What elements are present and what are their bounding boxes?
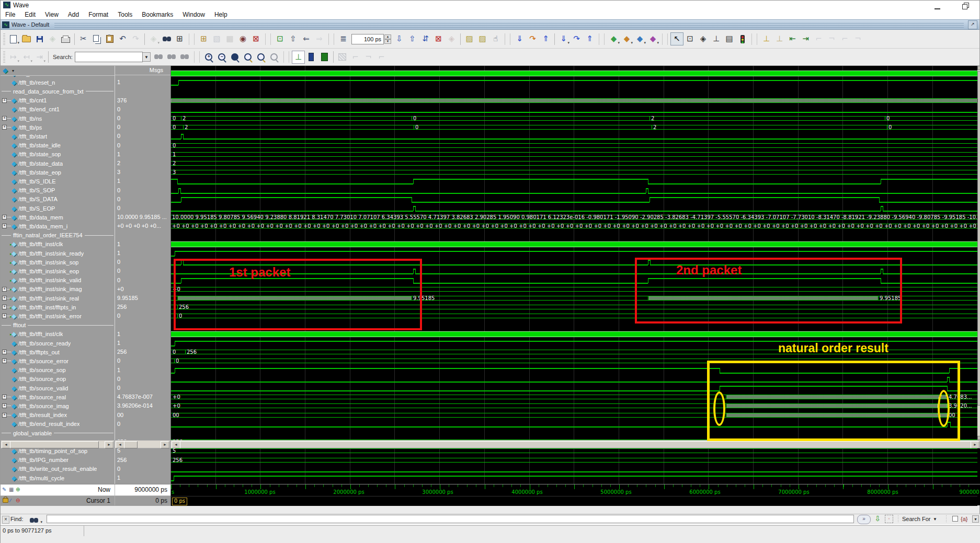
toggle-delta-display-button[interactable]: ⊥ [292, 51, 305, 64]
search-down-icon[interactable]: ⇩ [873, 514, 882, 524]
signal-value[interactable]: 0 [115, 465, 170, 473]
find-previous-transition-button[interactable]: ⇓ [513, 32, 526, 45]
scroll-right-icon[interactable]: ► [971, 441, 979, 448]
signal-row[interactable]: +◆/tfft_tb/S_DATA [1, 195, 115, 204]
wave-row[interactable]: 0000 [171, 411, 977, 420]
goto-source-button[interactable]: ⊡ [274, 32, 287, 45]
wave-row[interactable] [171, 465, 977, 473]
cursor-mode-button[interactable]: ⊥ [710, 32, 723, 45]
wave-vscrollbar[interactable] [977, 66, 980, 440]
scrollbar-thumb[interactable] [124, 441, 138, 448]
signal-value[interactable]: 0 [115, 375, 170, 384]
cursor-row[interactable]: ∕ ⊖ Cursor 1 0 ps [1, 496, 170, 506]
signal-row[interactable]: +◆/tfft_tb/source_imag [1, 401, 115, 410]
undo-button[interactable]: ↶ [116, 32, 129, 45]
signal-value[interactable]: 0 [115, 123, 170, 132]
show-hierarchy-button[interactable]: ⊞ [173, 32, 186, 45]
select-mode-button[interactable]: ↖ [670, 32, 683, 45]
expand-icon[interactable]: + [2, 296, 7, 301]
zoom-out-button[interactable]: − [215, 51, 229, 64]
signal-row[interactable]: +◆▸/tfft_tb/tfft_inst/clk [1, 330, 115, 339]
signal-row[interactable]: +◆/tfft_tb/cnt1 [1, 96, 115, 105]
find-next-edge-button[interactable]: ↷ [570, 32, 583, 45]
signal-value[interactable]: 0 [115, 132, 170, 141]
break-button[interactable]: ⊠ [432, 32, 445, 45]
wave-row[interactable] [171, 96, 977, 105]
wave-row[interactable]: 0 [171, 311, 977, 320]
schematic-button[interactable]: ▨ [476, 32, 489, 45]
signal-value[interactable]: 0 [115, 420, 170, 429]
signal-row[interactable]: +◆/tfft_tb/data_mem_i [1, 222, 115, 230]
cursor-previous-edge-button[interactable]: ⇤ [786, 32, 799, 45]
signal-row[interactable]: +◆/tfft_tb/write_out_result_enable [1, 465, 115, 473]
stop-light-button[interactable] [736, 32, 749, 45]
run-length-stepper[interactable]: ▲▼ [384, 34, 391, 44]
signal-row[interactable]: +◆/tfft_tb/end_cnt1 [1, 105, 115, 114]
signal-row[interactable]: +◆/tfft_tb/multi_cycle [1, 473, 115, 482]
signal-row[interactable]: +◆▸/tfft_tb/tfft_inst/clk [1, 240, 115, 249]
signal-row[interactable]: +◆▸/tfft_tb/tfft_inst/sink_eop [1, 267, 115, 275]
expand-icon[interactable]: + [2, 98, 7, 103]
run-length-spinner[interactable]: 100 ps▲▼ [351, 34, 391, 44]
menu-item-file[interactable]: File [1, 10, 20, 19]
find-options-button[interactable]: ▾ [30, 516, 42, 523]
values-hscrollbar[interactable]: ◄ ► [115, 440, 170, 448]
search-for-label[interactable]: Search For [902, 516, 930, 522]
examine-button[interactable]: ◉ [236, 32, 249, 45]
wave-row[interactable] [171, 276, 977, 285]
signal-row[interactable]: +◆▸/tfft_tb/tfft_inst/sink_error [1, 311, 115, 320]
toolbar-grip[interactable] [3, 51, 5, 63]
scroll-right-icon[interactable]: ► [161, 441, 169, 448]
wave-row[interactable]: 256 [171, 456, 977, 465]
signal-value[interactable]: 0 [115, 276, 170, 285]
signal-value[interactable]: 1 [115, 473, 170, 482]
divider-row[interactable]: global_variable [1, 429, 115, 437]
wave-row[interactable]: 0 [171, 356, 977, 365]
virtual-objects-button[interactable]: ▤ [723, 32, 736, 45]
names-hscrollbar[interactable]: ◄ ► [1, 440, 115, 448]
toolbar-grip[interactable] [3, 33, 5, 45]
signal-row[interactable]: +◆/tfft_tb/state_eop [1, 168, 115, 177]
wave-row[interactable]: 02020 [171, 123, 977, 132]
match-case-checkbox[interactable] [952, 516, 958, 522]
wave-row[interactable]: 256 [171, 303, 977, 311]
timeline-cursor-track[interactable]: 0 ps [170, 496, 977, 506]
expand-icon[interactable]: + [2, 403, 7, 408]
signal-value[interactable]: 0 [115, 141, 170, 150]
wave-row[interactable] [171, 330, 977, 339]
wave-row[interactable] [171, 429, 977, 437]
minimize-button[interactable] [930, 2, 944, 9]
signal-value[interactable]: 9.95185 [115, 294, 170, 303]
find-previous-falling-edge-button[interactable]: ⇓▾ [557, 32, 570, 45]
expand-icon[interactable]: + [2, 359, 7, 363]
stepper-up-icon[interactable]: ▲ [384, 34, 391, 39]
signal-value[interactable]: 1 [115, 177, 170, 186]
delete-cursor-button[interactable]: ⊥ [773, 32, 786, 45]
wave-prefs-green-button[interactable]: ◆▾ [607, 32, 620, 45]
menu-item-add[interactable]: Add [63, 10, 84, 19]
divider-row[interactable]: read_data_source_from_txt [1, 87, 115, 96]
wave-prefs-orange-button[interactable]: ◆▾ [620, 32, 633, 45]
signal-row[interactable]: +◆/tfft_tb/S_IDLE [1, 177, 115, 186]
signal-row[interactable]: +◆/tfft_tb/reset_n [1, 78, 115, 87]
signal-row[interactable]: +◆/tfft_tb/ps [1, 123, 115, 132]
signal-row[interactable]: +◆/tfft_tb/source_eop [1, 375, 115, 384]
signal-row[interactable]: +◆/tfft_tb/source_error [1, 356, 115, 365]
wave-row[interactable] [171, 69, 977, 78]
signal-row[interactable]: +◆/tfft_tb/fftpts_out [1, 348, 115, 356]
zoom-full-button[interactable] [229, 51, 242, 64]
expand-icon[interactable]: + [2, 413, 7, 418]
chevron-down-icon[interactable]: ▼ [933, 517, 937, 522]
stepper-down-icon[interactable]: ▼ [384, 39, 391, 44]
signal-value[interactable]: 0 [115, 204, 170, 213]
wave-row[interactable] [171, 258, 977, 267]
restart-button[interactable]: ≣ [337, 32, 350, 45]
wave-row[interactable] [171, 375, 977, 384]
open-file-button[interactable] [20, 32, 33, 45]
close-icon[interactable]: × [2, 516, 9, 524]
timeline-ruler[interactable]: s1000000 ps2000000 ps3000000 ps4000000 p… [170, 484, 977, 496]
signal-value[interactable]: 1 [115, 330, 170, 339]
up-hierarchy-button[interactable]: ⇧ [287, 32, 300, 45]
select-columns-icon[interactable]: ◆ [3, 66, 8, 74]
wave-row[interactable]: 0256 [171, 348, 977, 356]
